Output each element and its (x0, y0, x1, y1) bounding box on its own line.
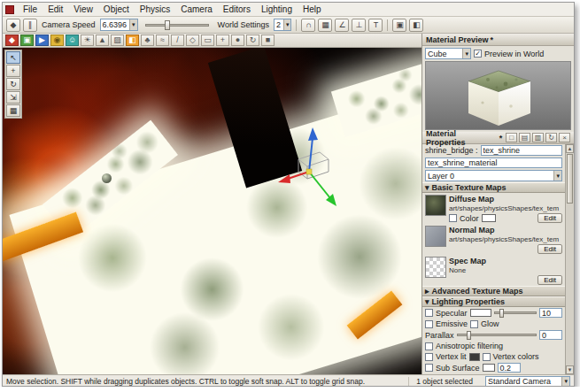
rotate-tool-button[interactable]: ↻ (6, 78, 20, 90)
camera-mode-select[interactable]: Standard Camera ▾ (485, 376, 570, 388)
translate-gizmo[interactable] (274, 126, 353, 214)
menu-file[interactable]: File (18, 4, 43, 15)
road-editor-button[interactable]: / (171, 35, 184, 46)
world-value-spinner[interactable]: 2 ▾ (274, 19, 292, 31)
new-material-button[interactable]: □ (506, 133, 517, 142)
spec-map-thumbnail[interactable] (425, 257, 446, 278)
menu-object[interactable]: Object (98, 4, 135, 15)
menu-editors[interactable]: Editors (218, 4, 256, 15)
scrollbar-track[interactable] (566, 204, 574, 365)
snap-tool-button[interactable]: ▦ (6, 104, 20, 117)
play-game-button[interactable]: ▶ (35, 35, 49, 46)
menu-edit[interactable]: Edit (43, 4, 68, 15)
text-tool-button[interactable]: T (368, 19, 383, 32)
move-tool-button[interactable]: + (6, 65, 20, 77)
scrollbar-thumb[interactable] (567, 154, 573, 204)
light-button[interactable]: ☀ (81, 35, 94, 46)
pause-button[interactable]: ∥ (23, 19, 37, 32)
diffuse-color-swatch[interactable] (482, 214, 496, 222)
bounds-button[interactable]: ◧ (409, 19, 423, 32)
river-editor-button[interactable]: ≈ (156, 35, 169, 46)
panel-scrollbar[interactable]: ▲ ▼ (565, 144, 574, 374)
chevron-down-icon[interactable]: ▾ (462, 49, 470, 58)
normal-map-thumbnail[interactable] (425, 226, 446, 247)
camera-speed-input[interactable]: 6.6396 ▾ (100, 19, 138, 31)
menu-view[interactable]: View (68, 4, 98, 15)
sub-surface-checkbox[interactable] (425, 364, 433, 372)
specular-value-field[interactable]: 10 (539, 308, 562, 318)
camera-speed-slider[interactable] (145, 24, 209, 27)
delete-material-button[interactable]: × (559, 133, 570, 142)
terrain-painter-button[interactable]: ▨ (111, 35, 124, 46)
copy-material-button[interactable]: ▥ (532, 133, 544, 142)
glow-checkbox[interactable] (470, 320, 478, 328)
game-options-button[interactable]: ◆ (6, 19, 20, 32)
section-advanced-texture-maps[interactable]: ▸ Advanced Texture Maps (422, 286, 565, 296)
reload-material-button[interactable]: ↻ (545, 133, 557, 142)
diffuse-edit-button[interactable]: Edit (537, 213, 562, 223)
slider-thumb[interactable] (165, 20, 170, 30)
world-settings-label[interactable]: World Settings (218, 20, 269, 29)
scroll-up-button[interactable]: ▲ (566, 144, 574, 153)
sub-surface-value-field[interactable]: 0.2 (498, 363, 521, 373)
specular-checkbox[interactable] (425, 309, 433, 317)
forest-editor-button[interactable]: ♣ (141, 35, 154, 46)
menu-camera[interactable]: Camera (175, 4, 218, 15)
diffuse-map-thumbnail[interactable] (425, 195, 446, 216)
shape-editor-button[interactable]: ↻ (246, 35, 259, 46)
save-icon: ▤ (522, 135, 529, 142)
menu-physics[interactable]: Physics (135, 4, 175, 15)
camera-drop-button[interactable]: ◉ (50, 35, 64, 46)
material-name-field[interactable]: tex_shrine (481, 145, 562, 156)
chevron-down-icon[interactable]: ▾ (553, 171, 561, 181)
decal-editor-button[interactable]: ◇ (186, 35, 199, 46)
specular-slider[interactable] (494, 311, 537, 314)
datablock-editor-button[interactable]: + (216, 35, 229, 46)
preview-in-world-checkbox[interactable]: ✓ (474, 50, 482, 58)
slider-thumb[interactable] (467, 331, 471, 340)
material-preview-viewport[interactable] (425, 61, 571, 130)
section-basic-texture-maps[interactable]: ▾ Basic Texture Maps (422, 182, 565, 193)
normal-edit-button[interactable]: Edit (537, 244, 562, 254)
material-object-field[interactable]: tex_shrine_material (425, 158, 562, 168)
menu-lighting[interactable]: Lighting (256, 4, 298, 15)
scene-viewport[interactable]: ↖ + ↻ ⇲ ▦ (3, 48, 421, 374)
preview-model-select[interactable]: Cube ▾ (425, 48, 471, 59)
chevron-down-icon[interactable]: ▾ (129, 19, 137, 30)
gui-editor-button[interactable]: ▣ (20, 35, 34, 46)
chevron-down-icon[interactable]: ▾ (561, 377, 569, 387)
select-tool-button[interactable]: ↖ (6, 51, 20, 64)
scroll-down-button[interactable]: ▼ (566, 365, 574, 374)
sketch-tool-button[interactable]: ■ (261, 35, 275, 46)
terrain-editor-button[interactable]: ▲ (96, 35, 109, 46)
particle-editor-icon: ● (236, 36, 240, 44)
mesh-road-button[interactable]: ▭ (201, 35, 214, 46)
axis-gizmo-button[interactable]: ⊥ (352, 19, 366, 32)
chevron-down-icon[interactable]: ▾ (283, 19, 291, 30)
section-lighting-properties[interactable]: ▾ Lighting Properties (422, 296, 565, 307)
spec-edit-button[interactable]: Edit (537, 275, 562, 285)
vertex-colors-checkbox[interactable] (483, 353, 491, 361)
player-drop-button[interactable]: ☺ (66, 35, 79, 46)
world-editor-button[interactable]: ◆ (5, 35, 19, 46)
material-editor-button[interactable]: ◧ (126, 35, 139, 46)
camera-view-button[interactable]: ▣ (392, 19, 406, 32)
grid-snap-button[interactable]: ▦ (318, 19, 332, 32)
slider-thumb[interactable] (499, 309, 504, 318)
parallax-value-field[interactable]: 0 (539, 330, 562, 340)
save-material-button[interactable]: ▤ (519, 133, 530, 142)
particle-editor-button[interactable]: ● (231, 35, 244, 46)
vertex-lit-checkbox[interactable] (425, 353, 433, 361)
scale-tool-button[interactable]: ⇲ (6, 91, 20, 104)
layer-select[interactable]: Layer 0 ▾ (425, 170, 562, 181)
emissive-checkbox[interactable] (425, 320, 433, 328)
diffuse-color-checkbox[interactable] (449, 214, 457, 222)
vertex-lit-swatch[interactable] (469, 353, 480, 361)
parallax-slider[interactable] (457, 334, 537, 336)
anisotropic-checkbox[interactable] (425, 342, 433, 350)
angle-snap-button[interactable]: ∠ (335, 19, 349, 32)
specular-color-swatch[interactable] (470, 309, 491, 317)
snap-magnet-button[interactable]: ∩ (301, 19, 315, 32)
menu-help[interactable]: Help (298, 4, 327, 15)
sub-surface-swatch[interactable] (483, 364, 495, 372)
